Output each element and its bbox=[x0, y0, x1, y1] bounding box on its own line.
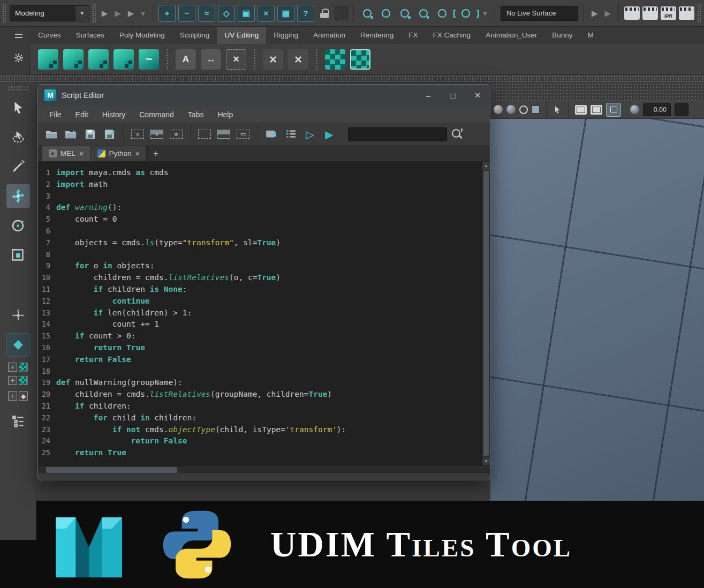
shelf-tab-curves[interactable]: Curves bbox=[31, 27, 69, 44]
scroll-up-icon[interactable]: ▲ bbox=[482, 162, 490, 170]
render-current-frame-icon[interactable] bbox=[642, 6, 658, 20]
viewport-3d[interactable] bbox=[490, 119, 704, 501]
show-history-toggle[interactable] bbox=[196, 126, 213, 142]
checker-map-border-icon[interactable] bbox=[350, 49, 370, 70]
ipr-render-icon[interactable]: IPR bbox=[661, 6, 676, 20]
shelf-tab-bunny[interactable]: Bunny bbox=[544, 27, 580, 44]
shelf-tab-surfaces[interactable]: Surfaces bbox=[69, 27, 112, 44]
line-numbers-toggle[interactable] bbox=[283, 126, 299, 142]
live-surface-field[interactable]: No Live Surface bbox=[501, 6, 578, 21]
show-toolbar-icon[interactable]: ▶ bbox=[602, 9, 613, 18]
close-tab-icon[interactable]: × bbox=[79, 149, 84, 158]
snap-points-icon[interactable]: ≈ bbox=[198, 5, 215, 22]
menu-history[interactable]: History bbox=[95, 110, 133, 119]
isolate-select-icon[interactable] bbox=[6, 333, 30, 357]
add-panel-icon[interactable]: + bbox=[8, 363, 17, 372]
snap-move-icon[interactable]: + bbox=[158, 5, 176, 22]
show-input-toggle[interactable] bbox=[216, 126, 232, 142]
move-tool[interactable] bbox=[6, 184, 30, 208]
add-layout-icon[interactable]: + bbox=[8, 391, 17, 401]
evaluation-icon[interactable] bbox=[397, 5, 413, 21]
dock-separator[interactable] bbox=[0, 76, 704, 82]
universal-manipulator-tool[interactable] bbox=[6, 304, 30, 327]
menu-set-selector[interactable]: Modeling ▾ bbox=[10, 5, 89, 21]
script-editor-titlebar[interactable]: M Script Editor – □ × bbox=[38, 85, 490, 106]
panel-grid-icon[interactable] bbox=[19, 376, 28, 385]
use-default-material-icon[interactable] bbox=[532, 105, 540, 114]
drag-grip[interactable] bbox=[697, 4, 702, 23]
panel-grid-icon[interactable] bbox=[19, 363, 28, 372]
uv-snapshot-icon[interactable] bbox=[63, 49, 84, 70]
layout-diamond-icon[interactable]: ◆ bbox=[19, 391, 28, 401]
echo-all-commands-toggle[interactable] bbox=[263, 126, 279, 142]
history-toggle-icon[interactable] bbox=[378, 5, 394, 21]
highlight-selection-icon[interactable] bbox=[335, 6, 348, 20]
unfold-uvs-icon[interactable]: ↔ bbox=[201, 49, 221, 70]
close-button[interactable]: × bbox=[465, 85, 490, 106]
show-both-toggle[interactable]: ▭ bbox=[235, 126, 251, 142]
snap-view-planes-icon[interactable]: ▣ bbox=[238, 5, 255, 22]
render-view-icon[interactable] bbox=[624, 6, 640, 20]
viewport-select-icon[interactable] bbox=[553, 105, 562, 114]
shelf-tab-animation[interactable]: Animation bbox=[306, 27, 353, 44]
inputs-icon[interactable] bbox=[415, 5, 432, 21]
code-lines[interactable]: 1import maya.cmds as cmds2import math34d… bbox=[38, 162, 482, 465]
script-editor-input-pane[interactable]: 1import maya.cmds as cmds2import math34d… bbox=[38, 162, 490, 465]
uv-set-editor-icon[interactable] bbox=[88, 49, 109, 70]
make-live-icon[interactable]: × bbox=[258, 5, 275, 22]
shelf-tab-sculpting[interactable]: Sculpting bbox=[172, 27, 217, 44]
sew-uv-edges-icon[interactable]: × bbox=[288, 49, 308, 70]
shelf-tab-poly-modeling[interactable]: Poly Modeling bbox=[112, 27, 172, 44]
open-scene-icon[interactable]: ▶ bbox=[112, 9, 123, 18]
symmetry-icon[interactable]: ] bbox=[476, 8, 479, 19]
contour-stretch-icon[interactable]: ~ bbox=[139, 49, 159, 70]
shelf-tab-fx-caching[interactable]: FX Caching bbox=[426, 27, 479, 44]
wireframe-display-icon[interactable] bbox=[519, 105, 528, 114]
shaded-display-icon[interactable] bbox=[494, 105, 503, 114]
select-tool[interactable] bbox=[6, 96, 30, 119]
panel-dock-grip[interactable] bbox=[490, 82, 704, 101]
create-uvs-icon[interactable] bbox=[113, 49, 134, 70]
new-scene-icon[interactable]: ▶ bbox=[100, 9, 110, 18]
menu-tabs[interactable]: Tabs bbox=[181, 110, 211, 119]
execute-all-button[interactable]: ▷ bbox=[302, 126, 318, 142]
active-panel-toggle-icon[interactable] bbox=[606, 103, 621, 117]
horizontal-scrollbar[interactable] bbox=[38, 465, 490, 473]
menu-edit[interactable]: Edit bbox=[69, 110, 95, 119]
rotate-tool[interactable] bbox=[6, 214, 30, 237]
scrollbar-thumb[interactable] bbox=[483, 171, 489, 456]
menu-command[interactable]: Command bbox=[132, 110, 181, 119]
shelf-tab-uv-editing[interactable]: UV Editing bbox=[217, 27, 266, 44]
add-panel-icon[interactable]: + bbox=[8, 376, 17, 385]
snap-curves-icon[interactable]: ~ bbox=[178, 5, 195, 22]
chevron-down-icon[interactable]: ▾ bbox=[139, 9, 147, 18]
menu-help[interactable]: Help bbox=[210, 110, 240, 119]
shelf-tab-animation-user[interactable]: Animation_User bbox=[478, 27, 544, 44]
exposure-field[interactable]: 0.00 bbox=[643, 103, 671, 116]
save-scene-icon[interactable]: ▶ bbox=[126, 9, 137, 18]
menu-file[interactable]: File bbox=[42, 110, 69, 119]
drag-grip[interactable] bbox=[92, 4, 97, 23]
minimize-button[interactable]: – bbox=[416, 85, 441, 106]
four-pane-layout-icon[interactable] bbox=[591, 105, 602, 115]
drag-grip[interactable] bbox=[7, 86, 29, 91]
show-sidebar-icon[interactable]: ▶ bbox=[589, 9, 600, 18]
render-settings-icon[interactable] bbox=[679, 6, 694, 20]
construction-history-icon[interactable] bbox=[359, 5, 375, 21]
planar-projection-icon[interactable]: A bbox=[176, 49, 196, 70]
clear-input-button[interactable]: × bbox=[130, 126, 146, 142]
shelf-gear-icon[interactable] bbox=[14, 53, 24, 65]
chevron-down-icon[interactable]: ▾ bbox=[75, 6, 89, 21]
symmetry-toggle-icon[interactable] bbox=[458, 5, 474, 21]
search-icon[interactable] bbox=[450, 127, 464, 141]
cut-sew-tool-icon[interactable]: × bbox=[263, 49, 283, 70]
gamma-field[interactable] bbox=[675, 103, 688, 116]
shelf-hide-icon[interactable] bbox=[15, 34, 22, 38]
search-input[interactable] bbox=[348, 127, 447, 141]
chevron-down-icon[interactable]: ▾ bbox=[481, 9, 489, 18]
checker-map-icon[interactable] bbox=[325, 49, 345, 70]
lasso-select-tool[interactable] bbox=[6, 125, 30, 149]
scroll-down-icon[interactable]: ▼ bbox=[482, 457, 490, 465]
shelf-tab-rendering[interactable]: Rendering bbox=[353, 27, 401, 44]
maximize-button[interactable]: □ bbox=[441, 85, 465, 106]
